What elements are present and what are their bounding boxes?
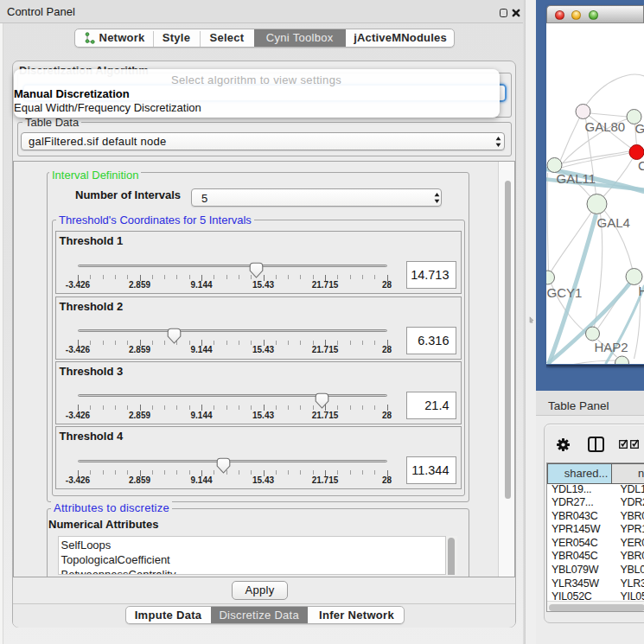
svg-text:GAL11: GAL11 bbox=[556, 171, 596, 186]
svg-text:H: H bbox=[638, 284, 644, 298]
svg-text:GAL80: GAL80 bbox=[584, 119, 625, 134]
svg-text:C: C bbox=[638, 158, 644, 173]
svg-text:GCY1: GCY1 bbox=[546, 285, 582, 300]
svg-text:GA: GA bbox=[634, 121, 644, 136]
svg-text:HAP2: HAP2 bbox=[594, 340, 628, 354]
svg-text:GAL4: GAL4 bbox=[596, 215, 629, 230]
